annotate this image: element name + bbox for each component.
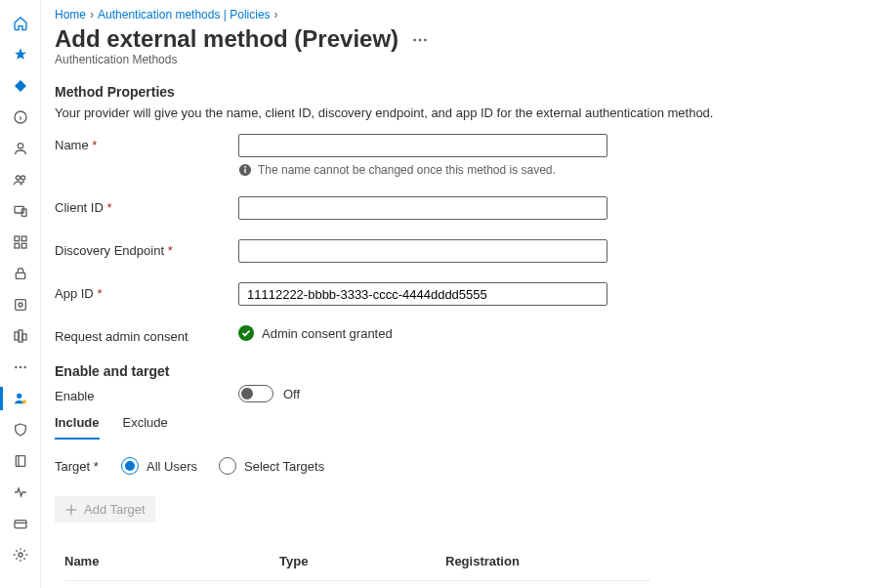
table-row: All Users Group Optional [64,581,650,588]
name-helper-text: The name cannot be changed once this met… [258,163,556,177]
required-indicator: * [168,243,173,258]
svg-point-3 [18,144,22,148]
consent-status: Admin consent granted [262,326,393,341]
nav-policy-icon[interactable] [0,289,41,320]
main-content: Home › Authentication methods | Policies… [41,0,880,588]
tab-exclude[interactable]: Exclude [123,411,168,440]
svg-point-19 [19,366,21,368]
svg-rect-13 [15,300,25,311]
nav-more-icon[interactable] [0,352,41,383]
svg-rect-11 [21,243,26,248]
enable-label: Enable [55,385,238,403]
add-target-label: Add Target [84,502,146,517]
targets-table: Name Type Registration All Users Group O… [64,542,650,588]
nav-devices-icon[interactable] [0,195,41,227]
nav-people-icon[interactable] [0,164,41,195]
info-icon [238,163,252,177]
required-indicator: * [106,200,111,215]
required-indicator: * [97,286,102,301]
name-input[interactable] [238,134,608,157]
checkmark-circle-icon [238,325,254,341]
col-header-name: Name [64,554,279,568]
nav-card-icon[interactable] [0,508,41,539]
page-title: Add external method (Preview) [55,25,398,53]
discovery-label: Discovery Endpoint [55,243,164,258]
nav-identity-icon[interactable] [0,383,41,414]
svg-rect-29 [244,169,245,173]
svg-rect-25 [15,521,26,528]
svg-point-22 [22,399,26,403]
nav-shield-icon[interactable] [0,414,41,445]
crumb-home[interactable]: Home [55,8,86,21]
consent-label: Request admin consent [55,325,238,344]
discovery-input[interactable] [238,239,608,263]
svg-rect-23 [16,456,24,467]
svg-point-30 [244,166,246,168]
plus-icon [64,503,78,517]
radio-icon [121,457,139,475]
clientid-label: Client ID [55,200,104,215]
required-indicator: * [92,138,97,152]
nav-book-icon[interactable] [0,445,41,477]
svg-point-20 [23,366,25,368]
enable-toggle[interactable] [238,385,273,402]
radio-all-users[interactable]: All Users [121,457,197,475]
svg-point-14 [19,303,22,307]
breadcrumb: Home › Authentication methods | Policies… [55,8,860,21]
radio-icon [219,457,236,475]
svg-point-5 [21,176,24,180]
enable-state: Off [283,387,300,401]
svg-rect-12 [16,273,24,278]
clientid-input[interactable] [238,196,608,220]
chevron-right-icon: › [90,8,94,21]
crumb-methods[interactable]: Authentication methods | Policies [98,8,271,21]
name-label: Name [55,138,89,152]
nav-lock-icon[interactable] [0,258,41,289]
radio-select-label: Select Targets [244,459,324,474]
radio-all-label: All Users [147,459,197,474]
appid-input[interactable] [238,282,608,306]
more-icon[interactable]: ⋯ [412,30,428,49]
add-target-button: Add Target [55,496,155,523]
svg-rect-10 [15,243,20,248]
nav-apps-icon[interactable] [0,227,41,258]
svg-point-4 [16,176,20,180]
appid-label: App ID [55,286,94,301]
target-label: Target [55,459,90,474]
left-nav [0,0,41,588]
page-subtitle: Authentication Methods [55,53,860,66]
svg-point-21 [17,394,21,399]
col-header-type: Type [279,554,445,568]
svg-rect-8 [15,236,20,241]
section-enable-target: Enable and target [55,363,860,379]
nav-settings-icon[interactable] [0,539,41,570]
required-indicator: * [94,459,99,474]
col-header-registration: Registration [445,554,611,568]
nav-org-icon[interactable] [0,320,41,352]
nav-home-icon[interactable] [0,8,41,39]
svg-rect-9 [21,236,26,241]
svg-rect-17 [22,334,26,340]
svg-point-18 [15,366,17,368]
nav-favorites-icon[interactable] [0,39,41,70]
radio-select-targets[interactable]: Select Targets [219,457,324,475]
nav-person-icon[interactable] [0,133,41,164]
tab-include[interactable]: Include [55,411,100,440]
section-desc: Your provider will give you the name, cl… [55,105,860,120]
nav-health-icon[interactable] [0,477,41,508]
chevron-right-icon: › [274,8,278,21]
nav-diamond-icon[interactable] [0,70,41,102]
section-method-properties: Method Properties [55,84,860,100]
svg-point-27 [19,553,22,557]
nav-info-icon[interactable] [0,102,41,133]
